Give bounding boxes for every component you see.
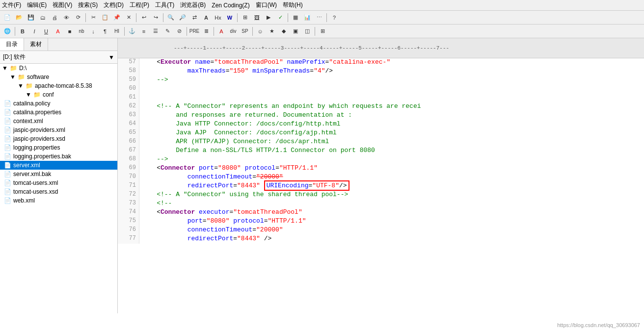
tb2-bold[interactable]: B xyxy=(17,26,28,37)
drive-dropdown-icon[interactable]: ▼ xyxy=(108,54,114,61)
toolbar-img[interactable]: 🖼 xyxy=(251,12,262,23)
tb2-div[interactable]: div xyxy=(228,26,239,37)
tree-file-logging[interactable]: 📄 logging.properties xyxy=(0,143,117,152)
tb2-underline[interactable]: U xyxy=(41,26,52,37)
sidebar-tab-material[interactable]: 素材 xyxy=(24,38,48,51)
menu-file[interactable]: 文件(F) xyxy=(2,1,21,9)
tb2-font-color[interactable]: A xyxy=(53,26,63,37)
tb2-box1[interactable]: ▣ xyxy=(290,26,301,37)
lc-72[interactable]: <!-- A "Connector" using the shared thre… xyxy=(139,191,350,200)
lc-76[interactable]: connectionTimeout="20000" xyxy=(139,226,285,235)
lc-77[interactable]: redirectPort="8443" /> xyxy=(139,235,273,244)
tree-file-tomcat-users-xsd[interactable]: 📄 tomcat-users.xsd xyxy=(0,187,117,196)
tree-file-server-xml[interactable]: 📄 server.xml xyxy=(0,161,117,170)
lc-62[interactable]: <!-- A "Connector" represents an endpoin… xyxy=(139,102,423,111)
lc-63[interactable]: and responses are returned. Documentatio… xyxy=(139,111,354,120)
tree-item-tomcat[interactable]: ▼ 📁 apache-tomcat-8.5.38 xyxy=(0,81,117,90)
tree-file-jaspic-xsd[interactable]: 📄 jaspic-providers.xsd xyxy=(0,134,117,143)
tb2-align-left[interactable]: ≡ xyxy=(138,26,149,37)
toolbar-tbl2[interactable]: ▦ xyxy=(290,12,301,23)
lc-57[interactable]: <Executor name="tomcatThreadPool" namePr… xyxy=(139,58,392,67)
toolbar-help[interactable]: ? xyxy=(329,12,340,23)
tree-file-jaspic[interactable]: 📄 jaspic-providers.xml xyxy=(0,126,117,134)
menu-window[interactable]: 窗口(W) xyxy=(256,1,277,9)
tb2-sp[interactable]: SP xyxy=(240,26,250,37)
toolbar-replace[interactable]: ⇄ xyxy=(189,12,200,23)
tb2-box2[interactable]: ◫ xyxy=(302,26,313,37)
lc-67[interactable]: Define a non-SSL/TLS HTTP/1.1 Connector … xyxy=(139,147,377,155)
menu-zen[interactable]: Zen Coding(Z) xyxy=(212,2,249,9)
lc-73[interactable]: <!-- xyxy=(139,200,174,208)
toolbar-table[interactable]: ⊞ xyxy=(240,12,250,23)
menu-view[interactable]: 视图(V) xyxy=(53,1,72,9)
tree-file-server-bak[interactable]: 📄 server.xml.bak xyxy=(0,170,117,178)
toolbar-media[interactable]: ▶ xyxy=(263,12,274,23)
tree-item-conf[interactable]: ▼ 📁 conf xyxy=(0,90,117,99)
tree-item-d[interactable]: ▼ 📁 D:\ xyxy=(0,64,117,73)
code-editor[interactable]: ---+-----1-----+-----2-----+-----3-----+… xyxy=(118,38,644,313)
lc-60[interactable] xyxy=(139,85,147,94)
tb2-align-center[interactable]: ☰ xyxy=(150,26,161,37)
tb2-anchor[interactable]: ⚓ xyxy=(127,26,137,37)
menu-browser[interactable]: 浏览器(B) xyxy=(180,1,206,9)
tb2-italic[interactable]: I xyxy=(29,26,40,37)
tb2-grid[interactable]: ⊞ xyxy=(317,26,328,37)
menu-project[interactable]: 工程(P) xyxy=(130,1,149,9)
tb2-a[interactable]: A xyxy=(216,26,227,37)
lc-75[interactable]: port="8080" protocol="HTTP/1.1" xyxy=(139,217,308,226)
toolbar-check[interactable]: ✓ xyxy=(275,12,286,23)
tb2-para[interactable]: ¶ xyxy=(100,26,110,37)
tb2-star[interactable]: ★ xyxy=(267,26,277,37)
toolbar-bold[interactable]: A xyxy=(201,12,212,23)
toolbar-open[interactable]: 📂 xyxy=(14,12,25,23)
toolbar-find[interactable]: 🔍 xyxy=(165,12,176,23)
menu-search[interactable]: 搜索(S) xyxy=(78,1,98,9)
tb2-highlight[interactable]: ■ xyxy=(64,26,75,37)
toolbar-more[interactable]: ⋯ xyxy=(314,12,324,23)
lc-61[interactable] xyxy=(139,94,147,102)
toolbar-cut[interactable]: ✂ xyxy=(88,12,99,23)
toolbar-chart[interactable]: 📊 xyxy=(302,12,313,23)
toolbar-preview[interactable]: 👁 xyxy=(61,12,72,23)
menu-edit[interactable]: 编辑(E) xyxy=(27,1,47,9)
lc-69[interactable]: <Connector port="8080" protocol="HTTP/1.… xyxy=(139,164,320,173)
tb2-indent-down[interactable]: ↓ xyxy=(88,26,99,37)
tree-file-context[interactable]: 📄 context.xml xyxy=(0,117,117,126)
menu-tools[interactable]: 工具(T) xyxy=(155,1,174,9)
tb2-hi[interactable]: HI xyxy=(111,26,122,37)
tb2-pre[interactable]: PRE xyxy=(189,26,200,37)
toolbar-delete[interactable]: ✕ xyxy=(123,12,134,23)
tree-file-web[interactable]: 📄 web.xml xyxy=(0,196,117,205)
tb2-pencil[interactable]: ✎ xyxy=(162,26,173,37)
lc-71[interactable]: redirectPort="8443" URIEncoding="UTF-8"/… xyxy=(139,182,351,191)
toolbar-hx[interactable]: Hx xyxy=(213,12,223,23)
menu-help[interactable]: 帮助(H) xyxy=(283,1,303,9)
tb2-nb[interactable]: nb xyxy=(76,26,87,37)
toolbar-find2[interactable]: 🔎 xyxy=(177,12,188,23)
tb2-list[interactable]: ≣ xyxy=(201,26,212,37)
tb2-strike[interactable]: ⊘ xyxy=(174,26,185,37)
lc-70[interactable]: connectionTimeout="20000" xyxy=(139,173,285,182)
toolbar-arrows[interactable]: ⟳ xyxy=(73,12,83,23)
toolbar-paste[interactable]: 📌 xyxy=(111,12,122,23)
tb2-diamond[interactable]: ◆ xyxy=(278,26,289,37)
lc-74[interactable]: <Connector executor="tomcatThreadPool" xyxy=(139,208,304,217)
tree-file-catalina-policy[interactable]: 📄 catalina.policy xyxy=(0,99,117,108)
lc-58[interactable]: maxThreads="150" minSpareThreads="4"/> xyxy=(139,67,335,76)
menu-doc[interactable]: 文档(D) xyxy=(104,1,124,9)
lc-65[interactable]: Java AJP Connector: /docs/config/ajp.htm… xyxy=(139,129,339,138)
tree-file-logging-bak[interactable]: 📄 logging.properties.bak xyxy=(0,152,117,161)
toolbar-undo[interactable]: ↩ xyxy=(138,12,149,23)
lc-66[interactable]: APR (HTTP/AJP) Connector: /docs/apr.html xyxy=(139,138,331,147)
toolbar-save-all[interactable]: 🗂 xyxy=(37,12,48,23)
toolbar-print[interactable]: 🖨 xyxy=(49,12,60,23)
tree-file-tomcat-users[interactable]: 📄 tomcat-users.xml xyxy=(0,178,117,187)
toolbar-new[interactable]: 📄 xyxy=(2,12,13,23)
lc-64[interactable]: Java HTTP Connector: /docs/config/http.h… xyxy=(139,120,343,129)
toolbar-copy[interactable]: 📋 xyxy=(100,12,110,23)
tb2-globe[interactable]: 🌐 xyxy=(2,26,13,37)
toolbar-save[interactable]: 💾 xyxy=(26,12,36,23)
tree-item-software[interactable]: ▼ 📁 software xyxy=(0,73,117,81)
tb2-smiley[interactable]: ☺ xyxy=(255,26,266,37)
lc-59[interactable]: --> xyxy=(139,76,170,85)
